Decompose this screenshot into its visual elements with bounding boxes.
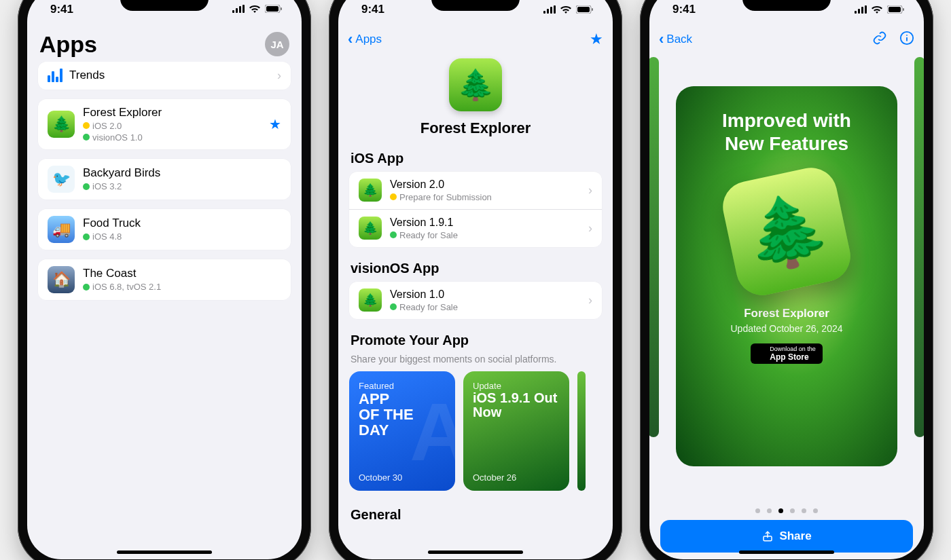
phone-app-detail: 9:41 ‹ Apps ★ 🌲 Forest Explorer iOS App xyxy=(329,0,622,560)
home-indicator[interactable] xyxy=(117,550,212,554)
trends-card[interactable]: Trends › xyxy=(38,62,291,90)
promo-scroller[interactable]: A Featured APP OF THE DAY October 30 Upd… xyxy=(349,371,602,491)
section-promote-title: Promote Your App xyxy=(349,329,602,354)
status-time: 9:41 xyxy=(361,3,384,16)
platform-line: iOS 3.2 xyxy=(92,181,122,191)
app-row-birds[interactable]: 🐦 Backyard Birds iOS 3.2 xyxy=(38,159,291,200)
status-icons xyxy=(232,3,283,16)
svg-rect-17 xyxy=(865,5,867,14)
status-dot-ready-icon xyxy=(390,303,397,310)
forest-app-icon: 🌲 xyxy=(359,288,382,312)
section-promote-subtitle: Share your biggest moments on social pla… xyxy=(349,354,602,371)
star-button[interactable]: ★ xyxy=(590,31,603,48)
app-name: Forest Explorer xyxy=(83,106,162,119)
version-status: Prepare for Submission xyxy=(399,192,492,202)
home-indicator[interactable] xyxy=(739,550,834,554)
phone-apps-list: 9:41 Apps JA Trends xyxy=(18,0,311,560)
chevron-left-icon: ‹ xyxy=(348,31,353,48)
prev-slide-peek[interactable] xyxy=(649,57,659,437)
version-row[interactable]: 🌲 Version 1.9.1 Ready for Sale › xyxy=(349,209,602,247)
svg-rect-8 xyxy=(547,9,549,14)
app-row-truck[interactable]: 🚚 Food Truck iOS 4.8 xyxy=(38,209,291,250)
svg-rect-9 xyxy=(550,7,552,14)
wifi-icon xyxy=(560,5,572,14)
link-icon xyxy=(872,31,887,45)
share-button[interactable]: Share xyxy=(660,520,913,553)
status-dot-ready-icon xyxy=(83,234,90,240)
dynamic-island xyxy=(742,0,831,11)
back-button[interactable]: ‹ Apps xyxy=(348,31,382,48)
svg-rect-20 xyxy=(903,8,904,11)
promo-eyebrow: Update xyxy=(473,381,560,391)
back-label: Back xyxy=(666,33,692,46)
next-slide-peek[interactable] xyxy=(914,57,924,437)
truck-app-icon: 🚚 xyxy=(48,216,75,243)
app-row-coast[interactable]: 🏠 The Coast iOS 6.8, tvOS 2.1 xyxy=(38,259,291,300)
version-label: Version 2.0 xyxy=(390,179,492,191)
svg-rect-0 xyxy=(232,10,234,13)
status-dot-pending-icon xyxy=(390,193,397,200)
nav-bar: ‹ Back xyxy=(649,24,924,54)
svg-rect-10 xyxy=(554,5,556,14)
badge-big: App Store xyxy=(770,352,808,362)
trends-icon xyxy=(48,69,62,82)
app-row-forest[interactable]: 🌲 Forest Explorer iOS 2.0 visionOS 1.0 ★ xyxy=(38,99,291,149)
chevron-right-icon: › xyxy=(277,69,281,83)
platform-line: iOS 4.8 xyxy=(92,231,122,242)
app-name: Food Truck xyxy=(83,217,141,230)
slide-app-name: Forest Explorer xyxy=(744,307,829,320)
svg-rect-7 xyxy=(543,11,545,14)
battery-icon xyxy=(576,5,594,14)
slide-headline-2: New Features xyxy=(725,133,848,154)
account-avatar[interactable]: JA xyxy=(265,32,289,56)
version-row[interactable]: 🌲 Version 2.0 Prepare for Submission › xyxy=(349,172,602,209)
battery-icon xyxy=(265,3,283,16)
promo-eyebrow: Featured xyxy=(359,381,446,391)
status-dot-ready-icon xyxy=(83,183,90,190)
slide-headline-1: Improved with xyxy=(722,110,851,131)
link-button[interactable] xyxy=(872,31,887,48)
app-name: Forest Explorer xyxy=(420,119,531,137)
forest-app-icon: 🌲 xyxy=(48,111,75,138)
promo-slide: Improved with New Features 🌲 Forest Expl… xyxy=(676,86,897,466)
svg-rect-16 xyxy=(861,7,863,14)
signal-icon xyxy=(543,5,556,14)
info-button[interactable] xyxy=(899,31,914,48)
version-label: Version 1.9.1 xyxy=(390,217,458,229)
back-button[interactable]: ‹ Back xyxy=(659,31,692,48)
home-indicator[interactable] xyxy=(428,550,523,554)
status-dot-ready-icon xyxy=(83,134,90,141)
section-visionos-title: visionOS App xyxy=(349,257,602,282)
star-filled-icon[interactable]: ★ xyxy=(269,116,281,132)
svg-rect-6 xyxy=(281,7,282,10)
version-status: Ready for Sale xyxy=(399,302,458,312)
status-dot-ready-icon xyxy=(83,284,90,291)
version-row[interactable]: 🌲 Version 1.0 Ready for Sale › xyxy=(349,282,602,319)
dynamic-island xyxy=(431,0,520,11)
promo-card-peek[interactable] xyxy=(577,371,586,491)
forest-app-icon: 🌲 xyxy=(449,58,502,111)
forest-app-icon: 🌲 xyxy=(718,163,855,300)
page-title-row: Apps JA xyxy=(27,24,302,62)
svg-rect-13 xyxy=(592,8,593,11)
wifi-icon xyxy=(871,5,883,14)
signal-icon xyxy=(855,5,867,14)
app-hero: 🌲 Forest Explorer xyxy=(338,54,613,147)
app-name: Backyard Birds xyxy=(83,166,160,180)
app-store-badge: Download on the App Store xyxy=(751,343,823,364)
version-status: Ready for Sale xyxy=(399,230,458,240)
section-general-title: General xyxy=(349,503,602,528)
promo-card-update[interactable]: Update iOS 1.9.1 Out Now October 26 xyxy=(463,371,569,491)
promo-carousel[interactable]: Improved with New Features 🌲 Forest Expl… xyxy=(660,54,913,499)
promo-card-featured[interactable]: A Featured APP OF THE DAY October 30 xyxy=(349,371,455,491)
svg-point-23 xyxy=(906,34,908,35)
platform-line: visionOS 1.0 xyxy=(92,132,143,143)
battery-icon xyxy=(887,5,905,14)
chevron-right-icon: › xyxy=(588,293,592,307)
coast-app-icon: 🏠 xyxy=(48,266,75,293)
svg-rect-5 xyxy=(266,6,279,12)
birds-app-icon: 🐦 xyxy=(48,166,75,193)
signal-icon xyxy=(232,3,245,16)
page-indicator[interactable] xyxy=(660,499,913,520)
app-store-glyph-icon: A xyxy=(410,385,455,479)
